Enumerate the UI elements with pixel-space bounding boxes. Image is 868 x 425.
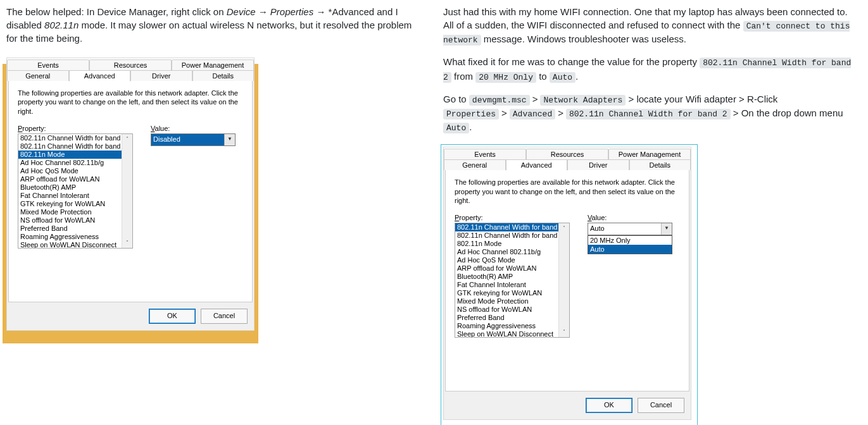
property-list-item[interactable]: Fat Channel Intolerant	[18, 192, 132, 200]
listbox-scrollbar[interactable]: ˄ ˅	[558, 223, 569, 337]
tab-resources[interactable]: Resources	[526, 149, 608, 159]
tab-power-management[interactable]: Power Management	[172, 59, 254, 70]
tab-events[interactable]: Events	[444, 149, 526, 159]
tab-power-management[interactable]: Power Management	[608, 149, 691, 159]
value-label: Value:	[151, 125, 239, 132]
property-list-item[interactable]: Ad Hoc Channel 802.11b/g	[455, 248, 569, 256]
property-list-item[interactable]: Ad Hoc QoS Mode	[455, 256, 569, 264]
property-list-item[interactable]: Bluetooth(R) AMP	[18, 183, 132, 192]
property-list-item[interactable]: 802.11n Mode	[18, 151, 132, 159]
property-label: Property:	[455, 214, 569, 221]
property-list-item[interactable]: Roaming Aggressiveness	[455, 322, 569, 330]
cancel-button[interactable]: Cancel	[201, 309, 248, 324]
answer2-para3: Go to devmgmt.msc>Network Adapters > loc…	[443, 92, 855, 135]
tab-general[interactable]: General	[7, 70, 69, 81]
tab-events[interactable]: Events	[7, 59, 89, 70]
ok-button[interactable]: OK	[149, 309, 196, 324]
property-list-item[interactable]: Mixed Mode Protection	[18, 208, 132, 216]
value-text: Auto	[588, 223, 661, 235]
tab-general[interactable]: General	[444, 159, 506, 170]
dialog-description: The following properties are available f…	[18, 89, 243, 116]
property-listbox[interactable]: 802.11n Channel Width for band 2802.11n …	[455, 223, 570, 338]
property-listbox[interactable]: 802.11n Channel Width for band 2802.11n …	[18, 133, 133, 249]
property-list-item[interactable]: NS offload for WoWLAN	[455, 305, 569, 314]
tab-driver[interactable]: Driver	[130, 70, 192, 81]
tab-resources[interactable]: Resources	[89, 59, 172, 70]
property-list-item[interactable]: 802.11n Channel Width for band 2	[455, 223, 569, 231]
properties-dialog-2: Events Resources Power Management Genera…	[443, 147, 691, 420]
dialog-description: The following properties are available f…	[455, 178, 680, 205]
property-list-item[interactable]: 802.11n Channel Width for band 2	[18, 134, 132, 142]
property-list-item[interactable]: Preferred Band	[18, 225, 132, 233]
tab-details[interactable]: Details	[192, 70, 255, 81]
property-list-item[interactable]: Fat Channel Intolerant	[455, 281, 569, 289]
ok-button[interactable]: OK	[586, 398, 632, 413]
dropdown-option[interactable]: Auto	[588, 245, 672, 254]
property-list-item[interactable]: GTK rekeying for WoWLAN	[455, 289, 569, 297]
tab-advanced[interactable]: Advanced	[506, 159, 568, 171]
property-list-item[interactable]: Sleep on WoWLAN Disconnect	[18, 241, 132, 249]
tab-advanced[interactable]: Advanced	[69, 70, 131, 82]
dropdown-option[interactable]: 20 MHz Only	[588, 236, 672, 245]
property-list-item[interactable]: 802.11n Channel Width for band 5	[18, 142, 132, 151]
property-list-item[interactable]: ARP offload for WoWLAN	[455, 264, 569, 273]
dropdown-arrow-icon[interactable]: ▼	[224, 134, 235, 145]
tab-driver[interactable]: Driver	[567, 159, 629, 170]
properties-dialog-1: Events Resources Power Management Genera…	[6, 58, 255, 331]
property-list-item[interactable]: Preferred Band	[455, 314, 569, 322]
scroll-up-icon[interactable]: ˄	[122, 134, 132, 144]
answer2-para1: Just had this with my home WIFI connecti…	[443, 5, 855, 46]
property-list-item[interactable]: GTK rekeying for WoWLAN	[18, 200, 132, 208]
scroll-down-icon[interactable]: ˅	[559, 327, 569, 337]
property-list-item[interactable]: Mixed Mode Protection	[455, 297, 569, 305]
value-combobox[interactable]: Disabled ▼	[151, 133, 236, 146]
dialog1-wrap: Events Resources Power Management Genera…	[6, 58, 418, 331]
property-list-item[interactable]: ARP offload for WoWLAN	[18, 175, 132, 183]
property-list-item[interactable]: Sleep on WoWLAN Disconnect	[455, 330, 569, 338]
value-label: Value:	[588, 214, 676, 221]
property-list-item[interactable]: Ad Hoc Channel 802.11b/g	[18, 159, 132, 167]
scroll-up-icon[interactable]: ˄	[559, 223, 569, 233]
scroll-down-icon[interactable]: ˅	[122, 238, 132, 248]
value-text: Disabled	[151, 134, 224, 145]
property-list-item[interactable]: NS offload for WoWLAN	[18, 216, 132, 225]
listbox-scrollbar[interactable]: ˄ ˅	[122, 134, 132, 248]
value-combobox[interactable]: Auto ▼ 20 MHz OnlyAuto	[588, 223, 672, 235]
property-list-item[interactable]: 802.11n Mode	[455, 240, 569, 248]
dropdown-arrow-icon[interactable]: ▼	[661, 223, 672, 235]
property-list-item[interactable]: Ad Hoc QoS Mode	[18, 167, 132, 175]
property-label: Property:	[18, 125, 132, 132]
cancel-button[interactable]: Cancel	[638, 398, 684, 413]
property-list-item[interactable]: Bluetooth(R) AMP	[455, 273, 569, 281]
answer1-para1: The below helped: In Device Manager, rig…	[6, 5, 418, 45]
tab-details[interactable]: Details	[629, 159, 691, 170]
dialog2-wrap: Events Resources Power Management Genera…	[443, 147, 855, 420]
property-list-item[interactable]: Roaming Aggressiveness	[18, 233, 132, 241]
property-list-item[interactable]: 802.11n Channel Width for band 5	[455, 231, 569, 240]
value-dropdown-list[interactable]: 20 MHz OnlyAuto	[588, 235, 672, 254]
answer2-para2: What fixed it for me was to change the v…	[443, 55, 855, 83]
